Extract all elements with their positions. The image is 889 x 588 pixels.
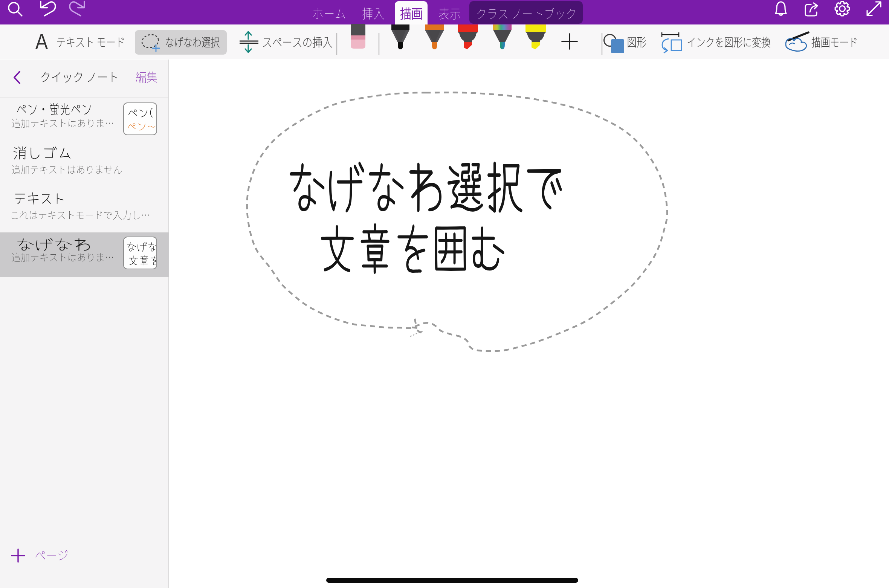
svg-text:A: A xyxy=(35,29,48,53)
